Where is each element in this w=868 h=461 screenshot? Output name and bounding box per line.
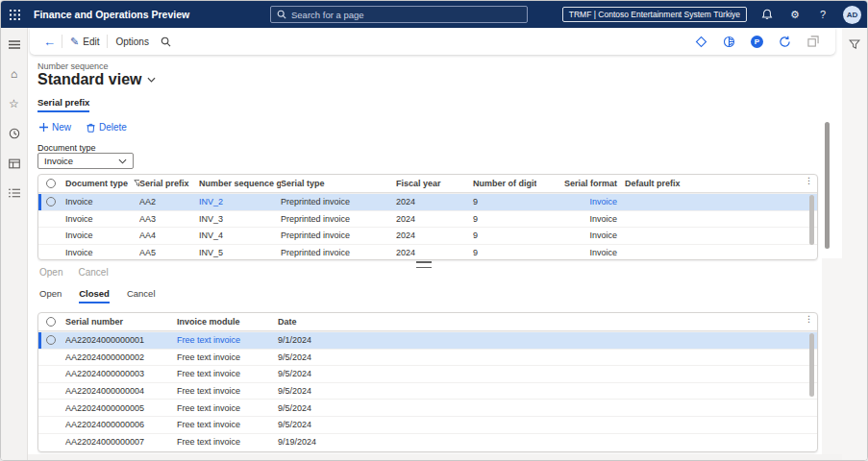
recent-clock-icon[interactable] <box>6 125 23 142</box>
options-button[interactable]: Options <box>110 28 154 55</box>
link-cell[interactable]: Free text invoice <box>177 369 278 378</box>
notifications-bell-icon[interactable] <box>759 7 775 22</box>
delete-button[interactable]: Delete <box>87 122 127 133</box>
environment-picker[interactable]: TRMF | Contoso Entertainment System Türk… <box>562 7 747 22</box>
tab-cancel[interactable]: Cancel <box>127 288 156 303</box>
toolbar-search-icon[interactable] <box>155 28 177 55</box>
grid-cell: AA22024000000005 <box>65 403 177 413</box>
row-selector-circle[interactable] <box>38 214 65 224</box>
grid-more-options-icon[interactable]: ⋮ <box>805 177 813 185</box>
link-cell[interactable]: INV_4 <box>199 230 281 240</box>
grid-row[interactable]: InvoiceAA2INV_2Preprinted invoice20249In… <box>38 193 817 210</box>
column-header[interactable]: Fiscal year <box>396 179 473 188</box>
link-cell[interactable]: Free text invoice <box>177 437 278 447</box>
grid-cell: AA22024000000004 <box>65 386 177 396</box>
grid-row[interactable]: AA22024000000001Free text invoice9/1/202… <box>38 331 817 349</box>
modules-list-icon[interactable] <box>6 184 23 202</box>
select-all-circle[interactable] <box>38 317 65 327</box>
grid-more-options-icon[interactable]: ⋮ <box>805 315 813 324</box>
row-selector-circle[interactable] <box>38 197 65 206</box>
row-selector-circle[interactable] <box>38 335 65 345</box>
page-scrollbar[interactable] <box>825 122 830 249</box>
link-cell[interactable]: INV_5 <box>199 248 281 257</box>
document-type-label: Document type <box>37 143 96 153</box>
grid-row[interactable]: AA22024000000003Free text invoice9/5/202… <box>38 365 817 382</box>
grid-scrollbar[interactable] <box>809 333 814 397</box>
grid-row[interactable]: AA22024000000006Free text invoice9/5/202… <box>38 416 817 433</box>
view-selector[interactable]: Standard view <box>37 71 156 88</box>
column-header[interactable]: Number of digits <box>473 179 536 188</box>
grid-row[interactable]: AA22024000000004Free text invoice9/5/202… <box>38 382 817 400</box>
row-selector-circle[interactable] <box>38 352 65 362</box>
personalization-contrast-icon[interactable] <box>722 35 736 49</box>
link-cell[interactable]: Free text invoice <box>177 386 278 396</box>
column-header[interactable]: Document type <box>65 179 139 188</box>
grid-row[interactable]: InvoiceAA3INV_3Preprinted invoice20249In… <box>38 210 817 228</box>
grid-row[interactable]: InvoiceAA4INV_4Preprinted invoice20249In… <box>38 227 817 244</box>
back-arrow-icon[interactable]: ← <box>39 35 60 49</box>
workspaces-icon[interactable] <box>6 155 23 172</box>
home-icon[interactable]: ⌂ <box>6 65 23 83</box>
row-selector-circle[interactable] <box>38 403 65 413</box>
grid-cell: Preprinted invoice <box>281 248 396 257</box>
row-selector-circle[interactable] <box>38 369 65 378</box>
column-header[interactable]: Invoice module <box>177 317 278 327</box>
page-search-input[interactable] <box>291 10 521 20</box>
copilot-icon[interactable]: P <box>750 35 764 49</box>
grid-row[interactable]: AA22024000000002Free text invoice9/5/202… <box>38 349 817 366</box>
row-selector-circle[interactable] <box>38 437 65 447</box>
expand-nav-hamburger-icon[interactable] <box>6 36 23 53</box>
link-cell[interactable]: Free text invoice <box>177 335 278 345</box>
document-type-select[interactable]: Invoice <box>37 153 134 169</box>
help-icon[interactable]: ? <box>815 7 831 22</box>
cancel-button[interactable]: Cancel <box>78 267 108 278</box>
column-header[interactable]: Serial number <box>65 317 177 327</box>
row-selector-circle[interactable] <box>38 248 65 257</box>
column-header[interactable]: Number sequence group <box>199 179 281 188</box>
link-cell[interactable]: INV_3 <box>199 214 281 224</box>
filter-funnel-icon[interactable] <box>846 36 863 53</box>
open-in-new-window-icon[interactable] <box>806 35 820 49</box>
link-cell[interactable]: Free text invoice <box>177 420 278 429</box>
right-filter-rail <box>840 28 867 461</box>
tab-closed[interactable]: Closed <box>79 288 110 303</box>
grid-row[interactable]: AA22024000000007Free text invoice9/19/20… <box>38 433 817 450</box>
grid-scrollbar[interactable] <box>809 195 814 245</box>
column-header[interactable]: Default prefix <box>625 179 817 188</box>
column-header[interactable]: Serial prefix <box>139 179 199 188</box>
row-selector-circle[interactable] <box>38 420 65 429</box>
tab-serial-prefix[interactable]: Serial prefix <box>37 97 89 112</box>
link-cell[interactable]: INV_2 <box>199 197 281 206</box>
edit-button[interactable]: ✎ Edit <box>64 28 105 55</box>
app-launcher-icon[interactable] <box>1 1 28 28</box>
link-cell[interactable]: Invoice <box>536 230 625 240</box>
grid-cell: 9/5/2024 <box>278 369 817 378</box>
serial-number-grid: ⋮ Serial numberInvoice moduleDateAA22024… <box>37 312 818 452</box>
refresh-icon[interactable] <box>778 35 792 49</box>
row-selector-circle[interactable] <box>38 230 65 240</box>
grid-cell: AA22024000000001 <box>65 335 177 345</box>
grid-splitter-handle[interactable] <box>416 261 432 268</box>
open-button[interactable]: Open <box>39 267 62 278</box>
user-avatar[interactable]: AD <box>843 6 861 24</box>
row-selector-circle[interactable] <box>38 386 65 396</box>
link-cell[interactable]: Invoice <box>536 197 625 206</box>
column-header[interactable]: Serial type <box>281 179 396 188</box>
tab-open[interactable]: Open <box>39 288 62 303</box>
grid-row[interactable]: InvoiceAA5INV_5Preprinted invoice20249In… <box>38 244 817 260</box>
link-cell[interactable]: Free text invoice <box>177 352 278 362</box>
column-header[interactable]: Serial format <box>536 179 625 188</box>
page-search-box[interactable] <box>270 6 528 23</box>
select-all-circle[interactable] <box>38 179 65 188</box>
power-apps-diamond-icon[interactable] <box>694 35 708 49</box>
new-button[interactable]: New <box>39 122 71 133</box>
chevron-down-icon <box>118 156 127 166</box>
favorites-star-icon[interactable]: ☆ <box>6 95 23 112</box>
settings-gear-icon[interactable]: ⚙ <box>787 7 803 22</box>
column-header[interactable]: Date <box>278 317 817 327</box>
grid-cell: 9 <box>473 214 536 224</box>
link-cell[interactable]: Free text invoice <box>177 403 278 413</box>
link-cell[interactable]: Invoice <box>536 214 625 224</box>
grid-row[interactable]: AA22024000000005Free text invoice9/5/202… <box>38 399 817 416</box>
link-cell[interactable]: Invoice <box>536 248 625 257</box>
